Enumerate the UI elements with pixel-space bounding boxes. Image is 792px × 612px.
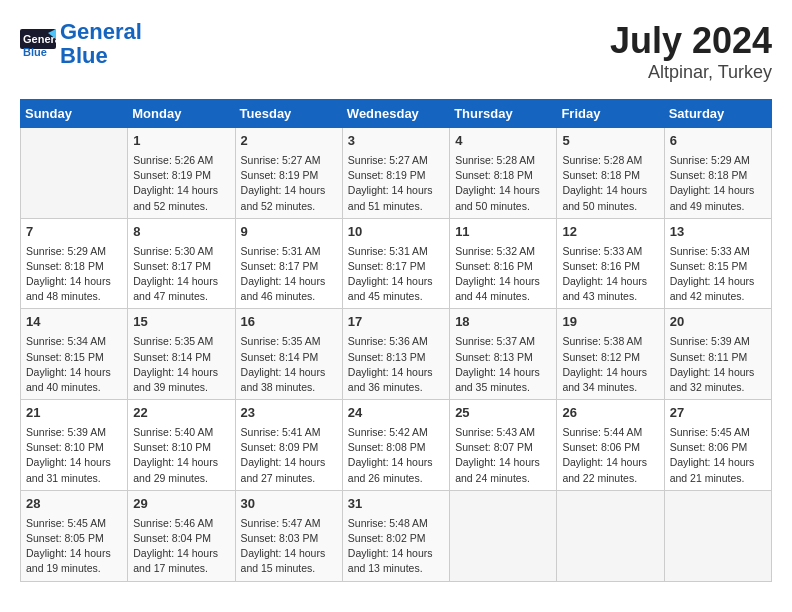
day-info: Sunrise: 5:39 AM Sunset: 8:10 PM Dayligh… bbox=[26, 425, 122, 486]
day-number: 4 bbox=[455, 132, 551, 151]
day-number: 13 bbox=[670, 223, 766, 242]
day-info: Sunrise: 5:41 AM Sunset: 8:09 PM Dayligh… bbox=[241, 425, 337, 486]
calendar-cell: 8Sunrise: 5:30 AM Sunset: 8:17 PM Daylig… bbox=[128, 218, 235, 309]
day-number: 25 bbox=[455, 404, 551, 423]
logo-text: General Blue bbox=[60, 20, 142, 68]
day-number: 28 bbox=[26, 495, 122, 514]
day-number: 16 bbox=[241, 313, 337, 332]
calendar-cell: 20Sunrise: 5:39 AM Sunset: 8:11 PM Dayli… bbox=[664, 309, 771, 400]
day-info: Sunrise: 5:43 AM Sunset: 8:07 PM Dayligh… bbox=[455, 425, 551, 486]
day-number: 6 bbox=[670, 132, 766, 151]
calendar-cell: 28Sunrise: 5:45 AM Sunset: 8:05 PM Dayli… bbox=[21, 490, 128, 581]
day-number: 29 bbox=[133, 495, 229, 514]
day-info: Sunrise: 5:47 AM Sunset: 8:03 PM Dayligh… bbox=[241, 516, 337, 577]
calendar-week-row: 1Sunrise: 5:26 AM Sunset: 8:19 PM Daylig… bbox=[21, 128, 772, 219]
location-title: Altpinar, Turkey bbox=[610, 62, 772, 83]
day-number: 26 bbox=[562, 404, 658, 423]
day-info: Sunrise: 5:48 AM Sunset: 8:02 PM Dayligh… bbox=[348, 516, 444, 577]
day-number: 18 bbox=[455, 313, 551, 332]
day-number: 5 bbox=[562, 132, 658, 151]
day-info: Sunrise: 5:28 AM Sunset: 8:18 PM Dayligh… bbox=[562, 153, 658, 214]
calendar-cell bbox=[21, 128, 128, 219]
day-number: 8 bbox=[133, 223, 229, 242]
weekday-header: Saturday bbox=[664, 100, 771, 128]
day-number: 3 bbox=[348, 132, 444, 151]
calendar-week-row: 14Sunrise: 5:34 AM Sunset: 8:15 PM Dayli… bbox=[21, 309, 772, 400]
day-info: Sunrise: 5:31 AM Sunset: 8:17 PM Dayligh… bbox=[241, 244, 337, 305]
calendar-cell: 29Sunrise: 5:46 AM Sunset: 8:04 PM Dayli… bbox=[128, 490, 235, 581]
calendar-cell: 14Sunrise: 5:34 AM Sunset: 8:15 PM Dayli… bbox=[21, 309, 128, 400]
day-number: 19 bbox=[562, 313, 658, 332]
calendar-cell bbox=[664, 490, 771, 581]
calendar-cell: 10Sunrise: 5:31 AM Sunset: 8:17 PM Dayli… bbox=[342, 218, 449, 309]
day-number: 31 bbox=[348, 495, 444, 514]
day-number: 30 bbox=[241, 495, 337, 514]
logo-line1: General bbox=[60, 19, 142, 44]
logo: General Blue General Blue bbox=[20, 20, 142, 68]
calendar-cell: 5Sunrise: 5:28 AM Sunset: 8:18 PM Daylig… bbox=[557, 128, 664, 219]
day-info: Sunrise: 5:44 AM Sunset: 8:06 PM Dayligh… bbox=[562, 425, 658, 486]
calendar-cell: 13Sunrise: 5:33 AM Sunset: 8:15 PM Dayli… bbox=[664, 218, 771, 309]
day-number: 20 bbox=[670, 313, 766, 332]
day-info: Sunrise: 5:34 AM Sunset: 8:15 PM Dayligh… bbox=[26, 334, 122, 395]
weekday-header: Thursday bbox=[450, 100, 557, 128]
calendar-week-row: 21Sunrise: 5:39 AM Sunset: 8:10 PM Dayli… bbox=[21, 400, 772, 491]
calendar-cell: 6Sunrise: 5:29 AM Sunset: 8:18 PM Daylig… bbox=[664, 128, 771, 219]
weekday-header-row: SundayMondayTuesdayWednesdayThursdayFrid… bbox=[21, 100, 772, 128]
calendar-cell: 18Sunrise: 5:37 AM Sunset: 8:13 PM Dayli… bbox=[450, 309, 557, 400]
day-info: Sunrise: 5:35 AM Sunset: 8:14 PM Dayligh… bbox=[133, 334, 229, 395]
day-info: Sunrise: 5:33 AM Sunset: 8:15 PM Dayligh… bbox=[670, 244, 766, 305]
day-info: Sunrise: 5:33 AM Sunset: 8:16 PM Dayligh… bbox=[562, 244, 658, 305]
logo-icon: General Blue bbox=[20, 29, 56, 59]
day-number: 1 bbox=[133, 132, 229, 151]
day-info: Sunrise: 5:27 AM Sunset: 8:19 PM Dayligh… bbox=[348, 153, 444, 214]
logo-line2: Blue bbox=[60, 43, 108, 68]
calendar-cell: 3Sunrise: 5:27 AM Sunset: 8:19 PM Daylig… bbox=[342, 128, 449, 219]
day-info: Sunrise: 5:31 AM Sunset: 8:17 PM Dayligh… bbox=[348, 244, 444, 305]
weekday-header: Tuesday bbox=[235, 100, 342, 128]
day-info: Sunrise: 5:40 AM Sunset: 8:10 PM Dayligh… bbox=[133, 425, 229, 486]
day-info: Sunrise: 5:27 AM Sunset: 8:19 PM Dayligh… bbox=[241, 153, 337, 214]
calendar-cell bbox=[450, 490, 557, 581]
calendar-cell: 26Sunrise: 5:44 AM Sunset: 8:06 PM Dayli… bbox=[557, 400, 664, 491]
day-info: Sunrise: 5:45 AM Sunset: 8:05 PM Dayligh… bbox=[26, 516, 122, 577]
day-number: 23 bbox=[241, 404, 337, 423]
day-number: 7 bbox=[26, 223, 122, 242]
weekday-header: Friday bbox=[557, 100, 664, 128]
calendar-cell: 27Sunrise: 5:45 AM Sunset: 8:06 PM Dayli… bbox=[664, 400, 771, 491]
calendar-cell: 1Sunrise: 5:26 AM Sunset: 8:19 PM Daylig… bbox=[128, 128, 235, 219]
calendar-cell: 24Sunrise: 5:42 AM Sunset: 8:08 PM Dayli… bbox=[342, 400, 449, 491]
calendar-cell: 25Sunrise: 5:43 AM Sunset: 8:07 PM Dayli… bbox=[450, 400, 557, 491]
day-number: 10 bbox=[348, 223, 444, 242]
calendar-cell: 19Sunrise: 5:38 AM Sunset: 8:12 PM Dayli… bbox=[557, 309, 664, 400]
day-number: 2 bbox=[241, 132, 337, 151]
day-number: 27 bbox=[670, 404, 766, 423]
day-info: Sunrise: 5:42 AM Sunset: 8:08 PM Dayligh… bbox=[348, 425, 444, 486]
day-info: Sunrise: 5:39 AM Sunset: 8:11 PM Dayligh… bbox=[670, 334, 766, 395]
calendar-cell: 11Sunrise: 5:32 AM Sunset: 8:16 PM Dayli… bbox=[450, 218, 557, 309]
day-info: Sunrise: 5:37 AM Sunset: 8:13 PM Dayligh… bbox=[455, 334, 551, 395]
calendar-cell: 21Sunrise: 5:39 AM Sunset: 8:10 PM Dayli… bbox=[21, 400, 128, 491]
weekday-header: Sunday bbox=[21, 100, 128, 128]
day-number: 24 bbox=[348, 404, 444, 423]
calendar-cell: 31Sunrise: 5:48 AM Sunset: 8:02 PM Dayli… bbox=[342, 490, 449, 581]
day-info: Sunrise: 5:46 AM Sunset: 8:04 PM Dayligh… bbox=[133, 516, 229, 577]
title-block: July 2024 Altpinar, Turkey bbox=[610, 20, 772, 83]
calendar-cell: 17Sunrise: 5:36 AM Sunset: 8:13 PM Dayli… bbox=[342, 309, 449, 400]
weekday-header: Wednesday bbox=[342, 100, 449, 128]
day-info: Sunrise: 5:38 AM Sunset: 8:12 PM Dayligh… bbox=[562, 334, 658, 395]
page-header: General Blue General Blue July 2024 Altp… bbox=[20, 20, 772, 83]
calendar-cell bbox=[557, 490, 664, 581]
day-info: Sunrise: 5:32 AM Sunset: 8:16 PM Dayligh… bbox=[455, 244, 551, 305]
day-info: Sunrise: 5:29 AM Sunset: 8:18 PM Dayligh… bbox=[670, 153, 766, 214]
day-info: Sunrise: 5:29 AM Sunset: 8:18 PM Dayligh… bbox=[26, 244, 122, 305]
weekday-header: Monday bbox=[128, 100, 235, 128]
day-info: Sunrise: 5:30 AM Sunset: 8:17 PM Dayligh… bbox=[133, 244, 229, 305]
svg-text:Blue: Blue bbox=[23, 46, 47, 58]
calendar-cell: 4Sunrise: 5:28 AM Sunset: 8:18 PM Daylig… bbox=[450, 128, 557, 219]
day-info: Sunrise: 5:45 AM Sunset: 8:06 PM Dayligh… bbox=[670, 425, 766, 486]
day-number: 17 bbox=[348, 313, 444, 332]
day-number: 9 bbox=[241, 223, 337, 242]
day-number: 14 bbox=[26, 313, 122, 332]
month-title: July 2024 bbox=[610, 20, 772, 62]
